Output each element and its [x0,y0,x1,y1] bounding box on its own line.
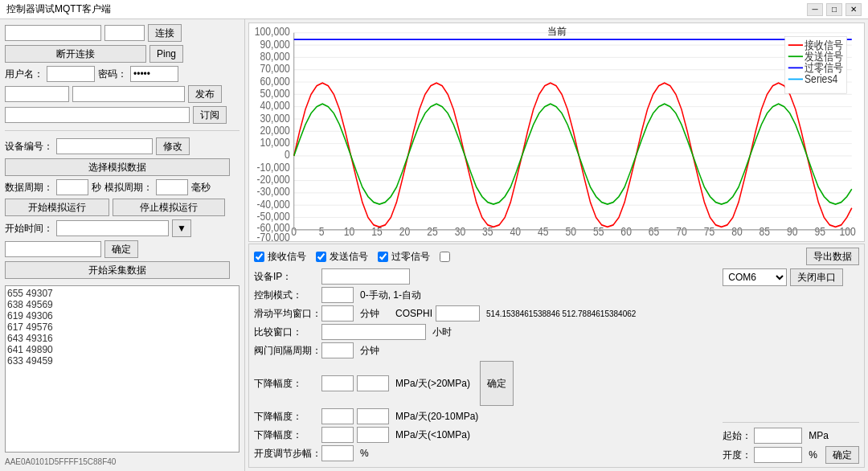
opening-adj-label: 开度调节步幅： [254,447,318,461]
username-input[interactable]: admin [47,66,95,82]
drop2-row: 下降幅度： 0.2 0.1 MPa/天(20-10MPa) [254,408,716,424]
cb-send[interactable] [316,252,326,262]
ratio-window-unit: 小时 [432,326,452,339]
confirm-button-2[interactable]: 确定 [825,446,859,464]
select-sim-button[interactable]: 选择模拟数据 [5,158,230,176]
controls-section: 接收信号 发送信号 过零信号 导出数据 设备IP： 192.168.2.28 [248,244,865,468]
drop1-val2-input[interactable]: 0.2 [357,375,389,391]
valve-interval-unit: 分钟 [360,344,379,358]
connect-button[interactable]: 连接 [148,24,182,42]
confirm-button-main[interactable]: 确定 [480,361,514,406]
ratio-window-input[interactable]: 4073.8.2307087023809 [321,324,426,340]
data-period-input[interactable]: 60 [56,179,88,195]
device-no-input[interactable]: 0020004012 [56,138,153,154]
confirm-button-1[interactable]: 确定 [104,240,138,258]
log-line-5: 643 49316 [7,333,237,344]
minimize-button[interactable]: ─ [807,3,823,16]
params-area: 设备IP： 192.168.2.28 控制模式： 1 0-手动, 1-自动 滑动… [254,268,859,464]
start-sim-button[interactable]: 开始模拟运行 [5,199,109,216]
opening-adj-input[interactable]: 2 [321,445,354,461]
connection-row: 1883 连接 [5,24,240,42]
drop2-unit: MPa/天(20-10MPa) [395,410,478,424]
svg-text:85: 85 [760,225,771,238]
publish-row: /dev/test This is a test Message 发布 [5,85,240,103]
chart-title: 当前 [547,25,567,39]
sim-period-input[interactable]: 1000 [156,179,188,195]
log-line-2: 638 49569 [7,299,237,310]
disconnect-row: 断开连接 Ping [5,45,240,63]
main-container: 1883 连接 断开连接 Ping 用户名： admin 密码： /dev/te… [0,19,868,471]
svg-text:50: 50 [565,225,576,238]
cb-receive[interactable] [254,252,264,262]
control-mode-hint: 0-手动, 1-自动 [360,289,421,302]
svg-text:65: 65 [649,225,660,238]
start-collect-button[interactable]: 开始采集数据 [5,261,230,279]
svg-text:-20,000: -20,000 [256,173,289,186]
pub-topic-input[interactable]: /dev/test [5,86,69,102]
trigger-input[interactable]: 30 [754,428,802,444]
svg-text:-70,000: -70,000 [256,231,289,241]
publish-button[interactable]: 发布 [188,85,222,103]
device-number-row: 设备编号： 0020004012 修改 [5,137,240,155]
drop1-val1-input[interactable]: 0.3 [321,375,354,391]
svg-rect-0 [249,23,864,241]
svg-text:40: 40 [510,225,522,238]
cb-zero-label: 过零信号 [391,250,430,264]
drop1-label: 下降幅度： [254,377,318,391]
svg-text:20: 20 [399,225,411,238]
export-button[interactable]: 导出数据 [806,248,859,265]
svg-text:40,000: 40,000 [260,99,290,112]
valve-interval-input[interactable]: 60 [321,342,354,358]
drop3-val1-input[interactable]: 0.1 [321,427,354,443]
valve-interval-label: 阀门间隔周期： [254,344,318,358]
svg-text:20,000: 20,000 [260,124,290,137]
drop2-val1-input[interactable]: 0.2 [321,408,354,424]
start-time-label: 开始时间： [5,222,53,236]
password-input[interactable] [130,66,178,82]
cosphi-input[interactable]: 49459 [436,305,480,322]
avg-window-unit: 分钟 [360,307,379,321]
start-time-input[interactable]: 2021-06-16 19:21:12 [56,220,169,236]
ping-button[interactable]: Ping [149,45,183,63]
svg-text:-40,000: -40,000 [256,198,289,211]
port-input[interactable]: 1883 [104,25,145,41]
device-ip-input[interactable]: 192.168.2.28 [321,268,410,285]
cb-zero[interactable] [378,252,388,262]
svg-text:70,000: 70,000 [260,62,290,75]
drop2-val2-input[interactable]: 0.1 [357,408,389,424]
window-controls: ─ □ ✕ [807,3,862,16]
interval-input[interactable]: 10 [5,241,101,257]
svg-text:70: 70 [676,225,687,238]
modify-button[interactable]: 修改 [156,137,190,155]
start-time-row: 开始时间： 2021-06-16 19:21:12 ▼ [5,219,240,237]
cb-extra[interactable] [440,252,450,262]
chart-container: 当前 [248,23,865,242]
right-params: COM6 COM1 COM2 关闭串口 起始： 30 MPa [723,268,859,464]
checkbox-row: 接收信号 发送信号 过零信号 导出数据 [254,248,859,265]
pub-message-input[interactable]: This is a test Message [72,86,185,102]
com-select[interactable]: COM6 COM1 COM2 [723,268,787,286]
restore-button[interactable]: □ [826,3,842,16]
sub-topic-input[interactable]: /dev/test [5,107,190,123]
cb-send-label: 发送信号 [330,250,368,264]
start-time-dropdown[interactable]: ▼ [172,219,191,237]
select-sim-row: 选择模拟数据 [5,158,240,176]
disconnect-button[interactable]: 断开连接 [5,45,146,63]
interval-row: 10 确定 [5,240,240,258]
avg-window-input[interactable]: 60 [321,305,354,322]
svg-text:100,000: 100,000 [255,25,290,38]
opening-input[interactable]: 50 [754,447,802,463]
opening-adj-row: 开度调节步幅： 2 % [254,445,716,461]
server-input[interactable] [5,25,101,41]
close-port-button[interactable]: 关闭串口 [790,268,843,286]
control-mode-input[interactable]: 1 [321,287,354,303]
trigger-row: 起始： 30 MPa [723,428,859,444]
svg-text:5: 5 [319,225,325,238]
stop-sim-button[interactable]: 停止模拟运行 [113,199,225,216]
collect-row: 开始采集数据 [5,261,240,279]
close-button[interactable]: ✕ [845,3,862,16]
subscribe-button[interactable]: 订阅 [193,106,227,124]
com-row: COM6 COM1 COM2 关闭串口 [723,268,859,286]
drop3-val2-input[interactable]: 0.07 [357,427,389,443]
ratio-window-label: 比较窗口： [254,326,318,339]
